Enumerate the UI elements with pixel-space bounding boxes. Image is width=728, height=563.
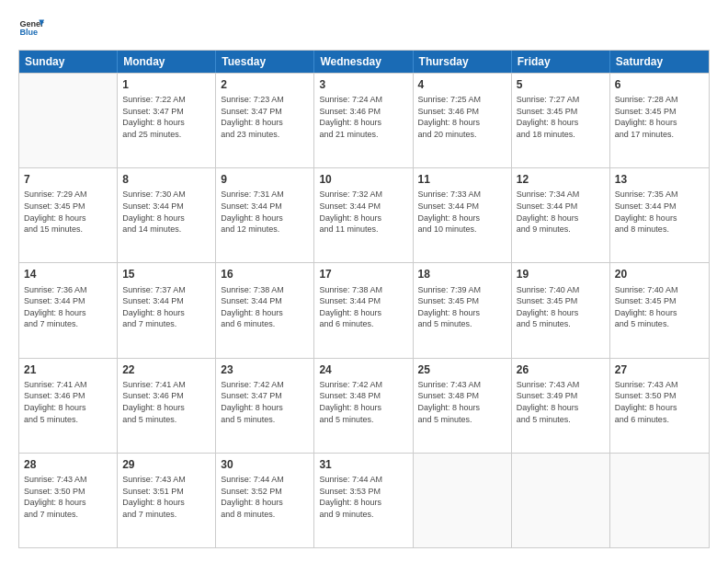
day-number: 16 — [221, 267, 309, 282]
day-cell-31: 31Sunrise: 7:44 AM Sunset: 3:53 PM Dayli… — [314, 454, 413, 547]
day-info: Sunrise: 7:30 AM Sunset: 3:44 PM Dayligh… — [122, 189, 210, 235]
day-info: Sunrise: 7:40 AM Sunset: 3:45 PM Dayligh… — [517, 284, 605, 330]
day-number: 30 — [221, 457, 309, 472]
day-number: 3 — [319, 77, 407, 92]
day-number: 23 — [221, 362, 309, 377]
day-info: Sunrise: 7:24 AM Sunset: 3:46 PM Dayligh… — [319, 94, 407, 140]
day-cell-27: 27Sunrise: 7:43 AM Sunset: 3:50 PM Dayli… — [610, 359, 709, 453]
page: General Blue SundayMondayTuesdayWednesda… — [0, 0, 728, 563]
day-info: Sunrise: 7:32 AM Sunset: 3:44 PM Dayligh… — [319, 189, 407, 235]
day-number: 10 — [319, 172, 407, 187]
day-info: Sunrise: 7:31 AM Sunset: 3:44 PM Dayligh… — [221, 189, 309, 235]
day-cell-14: 14Sunrise: 7:36 AM Sunset: 3:44 PM Dayli… — [19, 263, 118, 357]
day-cell-23: 23Sunrise: 7:42 AM Sunset: 3:47 PM Dayli… — [216, 359, 314, 453]
day-cell-3: 3Sunrise: 7:24 AM Sunset: 3:46 PM Daylig… — [314, 74, 413, 167]
day-number: 28 — [24, 457, 112, 472]
day-cell-5: 5Sunrise: 7:27 AM Sunset: 3:45 PM Daylig… — [512, 74, 610, 167]
header-day-saturday: Saturday — [610, 51, 709, 73]
calendar-body: 1Sunrise: 7:22 AM Sunset: 3:47 PM Daylig… — [19, 73, 709, 547]
day-info: Sunrise: 7:43 AM Sunset: 3:48 PM Dayligh… — [418, 379, 506, 425]
day-number: 7 — [24, 172, 112, 187]
day-cell-20: 20Sunrise: 7:40 AM Sunset: 3:45 PM Dayli… — [610, 263, 709, 357]
week-row-5: 28Sunrise: 7:43 AM Sunset: 3:50 PM Dayli… — [19, 453, 709, 547]
day-number: 21 — [24, 362, 112, 377]
day-number: 1 — [122, 77, 210, 92]
day-number: 11 — [418, 172, 506, 187]
week-row-2: 7Sunrise: 7:29 AM Sunset: 3:45 PM Daylig… — [19, 167, 709, 262]
day-info: Sunrise: 7:36 AM Sunset: 3:44 PM Dayligh… — [24, 284, 112, 330]
empty-cell — [414, 454, 512, 547]
day-info: Sunrise: 7:35 AM Sunset: 3:44 PM Dayligh… — [615, 189, 704, 235]
day-number: 25 — [418, 362, 506, 377]
calendar: SundayMondayTuesdayWednesdayThursdayFrid… — [18, 50, 710, 548]
day-cell-9: 9Sunrise: 7:31 AM Sunset: 3:44 PM Daylig… — [216, 168, 314, 262]
day-number: 13 — [615, 172, 704, 187]
day-info: Sunrise: 7:41 AM Sunset: 3:46 PM Dayligh… — [24, 379, 112, 425]
day-number: 14 — [24, 267, 112, 282]
day-info: Sunrise: 7:44 AM Sunset: 3:53 PM Dayligh… — [319, 474, 407, 520]
week-row-1: 1Sunrise: 7:22 AM Sunset: 3:47 PM Daylig… — [19, 73, 709, 167]
day-cell-13: 13Sunrise: 7:35 AM Sunset: 3:44 PM Dayli… — [610, 168, 709, 262]
day-number: 5 — [517, 77, 605, 92]
day-cell-29: 29Sunrise: 7:43 AM Sunset: 3:51 PM Dayli… — [118, 454, 216, 547]
header-day-sunday: Sunday — [19, 51, 118, 73]
svg-text:Blue: Blue — [19, 28, 38, 37]
day-number: 15 — [122, 267, 210, 282]
header-day-tuesday: Tuesday — [216, 51, 314, 73]
day-number: 9 — [221, 172, 309, 187]
day-cell-16: 16Sunrise: 7:38 AM Sunset: 3:44 PM Dayli… — [216, 263, 314, 357]
day-info: Sunrise: 7:38 AM Sunset: 3:44 PM Dayligh… — [319, 284, 407, 330]
empty-cell — [512, 454, 610, 547]
day-number: 29 — [122, 457, 210, 472]
day-cell-1: 1Sunrise: 7:22 AM Sunset: 3:47 PM Daylig… — [118, 74, 216, 167]
day-cell-28: 28Sunrise: 7:43 AM Sunset: 3:50 PM Dayli… — [19, 454, 118, 547]
day-number: 27 — [615, 362, 704, 377]
day-cell-26: 26Sunrise: 7:43 AM Sunset: 3:49 PM Dayli… — [512, 359, 610, 453]
header-day-wednesday: Wednesday — [314, 51, 413, 73]
day-info: Sunrise: 7:40 AM Sunset: 3:45 PM Dayligh… — [615, 284, 704, 330]
day-info: Sunrise: 7:39 AM Sunset: 3:45 PM Dayligh… — [418, 284, 506, 330]
day-cell-2: 2Sunrise: 7:23 AM Sunset: 3:47 PM Daylig… — [216, 74, 314, 167]
day-info: Sunrise: 7:43 AM Sunset: 3:50 PM Dayligh… — [615, 379, 704, 425]
day-info: Sunrise: 7:22 AM Sunset: 3:47 PM Dayligh… — [122, 94, 210, 140]
day-info: Sunrise: 7:42 AM Sunset: 3:47 PM Dayligh… — [221, 379, 309, 425]
day-info: Sunrise: 7:25 AM Sunset: 3:46 PM Dayligh… — [418, 94, 506, 140]
day-info: Sunrise: 7:42 AM Sunset: 3:48 PM Dayligh… — [319, 379, 407, 425]
day-number: 26 — [517, 362, 605, 377]
week-row-3: 14Sunrise: 7:36 AM Sunset: 3:44 PM Dayli… — [19, 262, 709, 357]
day-info: Sunrise: 7:33 AM Sunset: 3:44 PM Dayligh… — [418, 189, 506, 235]
day-cell-12: 12Sunrise: 7:34 AM Sunset: 3:44 PM Dayli… — [512, 168, 610, 262]
header-day-thursday: Thursday — [414, 51, 512, 73]
logo-icon: General Blue — [18, 15, 44, 40]
header-day-friday: Friday — [512, 51, 610, 73]
day-cell-17: 17Sunrise: 7:38 AM Sunset: 3:44 PM Dayli… — [314, 263, 413, 357]
day-cell-25: 25Sunrise: 7:43 AM Sunset: 3:48 PM Dayli… — [414, 359, 512, 453]
day-number: 20 — [615, 267, 704, 282]
day-cell-30: 30Sunrise: 7:44 AM Sunset: 3:52 PM Dayli… — [216, 454, 314, 547]
empty-cell — [19, 74, 118, 167]
day-cell-24: 24Sunrise: 7:42 AM Sunset: 3:48 PM Dayli… — [314, 359, 413, 453]
day-info: Sunrise: 7:38 AM Sunset: 3:44 PM Dayligh… — [221, 284, 309, 330]
day-number: 31 — [319, 457, 407, 472]
day-number: 22 — [122, 362, 210, 377]
day-info: Sunrise: 7:28 AM Sunset: 3:45 PM Dayligh… — [615, 94, 704, 140]
header-day-monday: Monday — [118, 51, 216, 73]
day-info: Sunrise: 7:44 AM Sunset: 3:52 PM Dayligh… — [221, 474, 309, 520]
day-number: 18 — [418, 267, 506, 282]
day-info: Sunrise: 7:43 AM Sunset: 3:51 PM Dayligh… — [122, 474, 210, 520]
day-cell-10: 10Sunrise: 7:32 AM Sunset: 3:44 PM Dayli… — [314, 168, 413, 262]
day-cell-19: 19Sunrise: 7:40 AM Sunset: 3:45 PM Dayli… — [512, 263, 610, 357]
day-info: Sunrise: 7:37 AM Sunset: 3:44 PM Dayligh… — [122, 284, 210, 330]
day-number: 12 — [517, 172, 605, 187]
header: General Blue — [18, 15, 710, 40]
day-cell-15: 15Sunrise: 7:37 AM Sunset: 3:44 PM Dayli… — [118, 263, 216, 357]
day-cell-8: 8Sunrise: 7:30 AM Sunset: 3:44 PM Daylig… — [118, 168, 216, 262]
day-info: Sunrise: 7:34 AM Sunset: 3:44 PM Dayligh… — [517, 189, 605, 235]
day-cell-11: 11Sunrise: 7:33 AM Sunset: 3:44 PM Dayli… — [414, 168, 512, 262]
day-info: Sunrise: 7:41 AM Sunset: 3:46 PM Dayligh… — [122, 379, 210, 425]
day-cell-7: 7Sunrise: 7:29 AM Sunset: 3:45 PM Daylig… — [19, 168, 118, 262]
day-info: Sunrise: 7:43 AM Sunset: 3:49 PM Dayligh… — [517, 379, 605, 425]
day-cell-6: 6Sunrise: 7:28 AM Sunset: 3:45 PM Daylig… — [610, 74, 709, 167]
calendar-header-row: SundayMondayTuesdayWednesdayThursdayFrid… — [19, 51, 709, 73]
day-number: 19 — [517, 267, 605, 282]
